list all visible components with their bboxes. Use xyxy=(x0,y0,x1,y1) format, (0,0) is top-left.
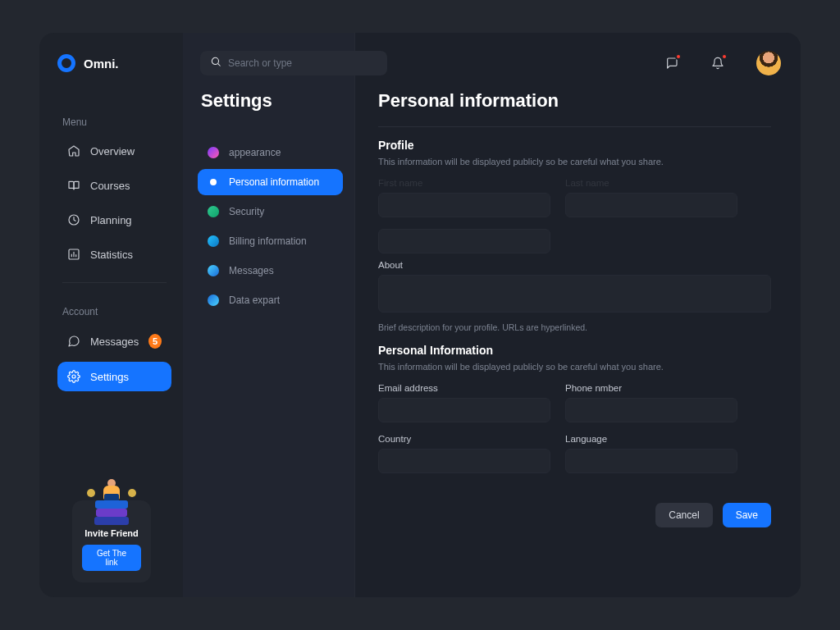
profile-section-subtitle: This information will be displayed publi… xyxy=(378,157,771,167)
language-label: Language xyxy=(565,434,737,444)
dot-icon xyxy=(208,206,219,217)
logo-icon xyxy=(57,54,75,72)
book-icon xyxy=(67,179,80,192)
about-hint: Brief description for your profile. URLs… xyxy=(378,322,771,332)
last-name-input[interactable] xyxy=(565,193,737,217)
dot-icon xyxy=(208,265,219,276)
first-name-label: First name xyxy=(378,178,550,188)
first-name-group: First name xyxy=(378,178,550,217)
settings-nav-security[interactable]: Security xyxy=(198,199,343,225)
svg-point-4 xyxy=(72,375,75,378)
logo[interactable]: Omni. xyxy=(57,54,171,72)
country-input[interactable] xyxy=(378,449,550,473)
extra-input[interactable] xyxy=(378,229,550,253)
dot-icon xyxy=(208,235,219,247)
settings-nav-export[interactable]: Data expart xyxy=(198,287,343,313)
settings-nav-label: Security xyxy=(229,206,264,217)
cancel-button[interactable]: Cancel xyxy=(655,503,712,527)
email-input[interactable] xyxy=(378,398,550,422)
avatar[interactable] xyxy=(756,51,781,75)
dot-icon xyxy=(208,294,219,306)
sidebar-item-settings[interactable]: Settings xyxy=(57,362,171,391)
messages-badge: 5 xyxy=(148,334,162,349)
settings-nav-billing[interactable]: Billing information xyxy=(198,228,343,254)
chat-unread-dot xyxy=(675,53,682,60)
last-name-group: Last name xyxy=(565,178,737,217)
invite-illustration xyxy=(87,476,136,525)
search-icon xyxy=(210,56,221,71)
sidebar-item-label: Statistics xyxy=(90,249,133,261)
phone-group: Phone nmber xyxy=(565,383,737,422)
phone-label: Phone nmber xyxy=(565,383,737,393)
email-group: Email address xyxy=(378,383,550,422)
personal-section-subtitle: This information will be displayed publi… xyxy=(378,362,771,372)
settings-nav-appearance[interactable]: appearance xyxy=(198,139,343,166)
sidebar-divider xyxy=(62,282,167,283)
settings-nav-label: Billing information xyxy=(229,235,307,247)
ring-icon xyxy=(208,176,219,188)
language-input[interactable] xyxy=(565,449,737,473)
gear-icon xyxy=(67,370,80,383)
sidebar: Omni. Menu Overview Courses Planning S xyxy=(39,33,183,597)
chat-icon[interactable] xyxy=(664,56,679,71)
extra-input-group xyxy=(378,229,550,253)
settings-nav-label: Messages xyxy=(229,265,274,276)
sidebar-item-label: Courses xyxy=(90,180,130,192)
country-label: Country xyxy=(378,434,550,444)
search-box[interactable] xyxy=(200,51,387,75)
sidebar-item-messages[interactable]: Messages 5 xyxy=(57,326,171,357)
clock-icon xyxy=(67,213,80,226)
sidebar-item-label: Overview xyxy=(90,145,135,158)
form-actions: Cancel Save xyxy=(378,503,771,527)
bell-icon[interactable] xyxy=(710,56,725,71)
invite-title: Invite Friend xyxy=(84,528,138,538)
first-name-input[interactable] xyxy=(378,193,550,217)
svg-line-1 xyxy=(218,64,221,66)
message-icon xyxy=(67,335,80,348)
brand-name: Omni. xyxy=(84,57,119,71)
language-group: Language xyxy=(565,434,737,473)
settings-nav-label: appearance xyxy=(229,147,281,158)
email-label: Email address xyxy=(378,383,550,393)
search-input[interactable] xyxy=(228,57,377,69)
sidebar-item-planning[interactable]: Planning xyxy=(57,205,171,235)
invite-card: Invite Friend Get The link xyxy=(72,500,151,582)
sidebar-item-statistics[interactable]: Statistics xyxy=(57,240,171,269)
dot-icon xyxy=(208,147,219,158)
save-button[interactable]: Save xyxy=(723,503,771,527)
page-title: Personal information xyxy=(378,90,771,112)
sidebar-item-overview[interactable]: Overview xyxy=(57,136,171,166)
sidebar-item-courses[interactable]: Courses xyxy=(57,171,171,200)
settings-nav-label: Personal information xyxy=(229,176,319,188)
invite-button[interactable]: Get The link xyxy=(82,545,141,571)
sidebar-item-label: Planning xyxy=(90,214,132,226)
about-label: About xyxy=(378,260,771,270)
sidebar-item-label: Settings xyxy=(90,371,129,383)
sidebar-item-label: Messages xyxy=(90,336,139,348)
settings-nav-personal[interactable]: Personal information xyxy=(198,169,343,195)
menu-section-label: Menu xyxy=(62,116,171,128)
country-group: Country xyxy=(378,434,550,473)
phone-input[interactable] xyxy=(565,398,737,422)
settings-nav-label: Data expart xyxy=(229,294,280,306)
chart-icon xyxy=(67,248,80,261)
home-icon xyxy=(67,144,80,158)
about-group: About Brief description for your profile… xyxy=(378,260,771,332)
divider xyxy=(378,126,771,127)
account-section-label: Account xyxy=(62,306,171,317)
personal-section-title: Personal Information xyxy=(378,344,771,357)
about-textarea[interactable] xyxy=(378,275,771,313)
topbar xyxy=(200,49,781,77)
last-name-label: Last name xyxy=(565,178,737,188)
bell-unread-dot xyxy=(721,53,728,60)
app-window: Omni. Menu Overview Courses Planning S xyxy=(39,33,801,597)
main-panel: Personal information Profile This inform… xyxy=(355,33,801,597)
settings-nav-messages[interactable]: Messages xyxy=(198,258,343,284)
profile-section-title: Profile xyxy=(378,139,771,152)
settings-title: Settings xyxy=(198,90,343,112)
svg-point-0 xyxy=(212,57,218,64)
settings-nav: Settings appearance Personal information… xyxy=(183,33,355,597)
